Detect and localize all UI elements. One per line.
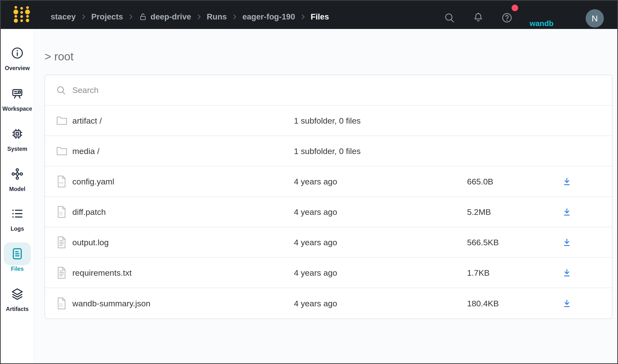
org-link[interactable]: wandb	[530, 19, 553, 28]
file-row: requirements.txt 4 years ago 1.7KB	[45, 258, 612, 288]
file-name-link[interactable]: requirements.txt	[72, 268, 132, 277]
download-button[interactable]	[562, 238, 572, 247]
breadcrumb-item-files[interactable]: Files	[311, 12, 329, 21]
chevron-right-icon	[299, 13, 307, 20]
chevron-right-icon	[195, 13, 202, 20]
sidebar-item-overview[interactable]: Overview	[1, 42, 34, 72]
braces-file-icon: {}	[56, 206, 67, 218]
file-size-text: 180.4KB	[467, 299, 499, 308]
main-content: > root artifact / 1 subfolder, 0 files m…	[34, 29, 617, 363]
sidebar-item-files[interactable]: Files	[1, 242, 34, 272]
file-name-link[interactable]: artifact /	[72, 116, 102, 125]
file-row: output.log 4 years ago 566.5KB	[45, 227, 612, 258]
file-name-link[interactable]: config.yaml	[72, 177, 114, 186]
help-icon[interactable]	[501, 12, 512, 23]
file-list: artifact / 1 subfolder, 0 files media / …	[45, 106, 612, 318]
global-search-icon[interactable]	[444, 12, 455, 23]
chevron-right-icon	[127, 13, 134, 20]
workspace-icon	[11, 87, 24, 100]
file-info-text: 1 subfolder, 0 files	[294, 146, 361, 156]
notifications-bell-icon[interactable]	[473, 12, 484, 23]
file-search-input[interactable]	[72, 75, 535, 105]
chevron-right-icon	[231, 13, 238, 20]
sidebar-item-artifacts[interactable]: Artifacts	[1, 283, 34, 312]
breadcrumb: stacey Projects deep-drive Runs eager-fo…	[51, 1, 329, 29]
file-row: {} wandb-summary.json 4 years ago 180.4K…	[45, 288, 612, 318]
file-name-link[interactable]: output.log	[72, 237, 108, 247]
file-name-link[interactable]: media /	[72, 146, 100, 156]
lock-open-icon	[139, 13, 147, 21]
file-name-link[interactable]: wandb-summary.json	[72, 299, 150, 308]
file-size-text: 566.5KB	[467, 237, 499, 247]
file-info-text: 4 years ago	[294, 237, 337, 247]
logs-icon	[11, 207, 24, 220]
file-info-text: 4 years ago	[294, 177, 337, 186]
sidebar-item-model[interactable]: Model	[1, 163, 34, 193]
braces-file-icon: {}	[56, 297, 67, 310]
info-icon	[11, 46, 24, 60]
sidebar-item-workspace[interactable]: Workspace	[1, 82, 34, 112]
system-chip-icon	[11, 127, 24, 140]
file-row: </> config.yaml 4 years ago 665.0B	[45, 167, 612, 197]
file-row: artifact / 1 subfolder, 0 files	[45, 106, 612, 136]
sidebar: Overview Workspace System Model Logs Fil…	[1, 29, 34, 363]
svg-text:{}: {}	[59, 211, 63, 215]
app-window: stacey Projects deep-drive Runs eager-fo…	[0, 0, 618, 364]
text-file-icon	[56, 236, 67, 249]
file-info-text: 1 subfolder, 0 files	[294, 116, 361, 125]
files-doc-icon	[11, 247, 24, 260]
folder-icon	[56, 146, 68, 156]
sidebar-item-logs[interactable]: Logs	[1, 202, 34, 232]
file-info-text: 4 years ago	[294, 268, 337, 277]
wandb-logo-icon[interactable]	[13, 4, 30, 26]
breadcrumb-item-projects[interactable]: Projects	[91, 12, 123, 21]
model-icon	[11, 167, 24, 181]
file-browser-panel: artifact / 1 subfolder, 0 files media / …	[45, 75, 612, 319]
file-name-link[interactable]: diff.patch	[72, 207, 106, 217]
notification-dot	[511, 5, 518, 11]
artifacts-layers-icon	[11, 287, 24, 300]
text-file-icon	[56, 266, 67, 279]
chevron-right-icon	[80, 13, 87, 20]
file-row: media / 1 subfolder, 0 files	[45, 136, 612, 167]
breadcrumb-item-runs[interactable]: Runs	[207, 12, 227, 21]
file-search-row	[45, 75, 612, 106]
file-tree-root-breadcrumb[interactable]: > root	[45, 50, 74, 63]
file-row: {} diff.patch 4 years ago 5.2MB	[45, 197, 612, 227]
avatar[interactable]: N	[586, 9, 604, 27]
topbar: stacey Projects deep-drive Runs eager-fo…	[1, 1, 617, 29]
folder-icon	[56, 116, 68, 126]
download-button[interactable]	[562, 177, 572, 186]
download-button[interactable]	[562, 299, 572, 308]
file-size-text: 5.2MB	[467, 207, 491, 217]
breadcrumb-item-stacey[interactable]: stacey	[51, 12, 76, 21]
download-button[interactable]	[562, 268, 572, 277]
download-button[interactable]	[562, 207, 572, 217]
svg-text:</>: </>	[59, 181, 64, 184]
file-size-text: 1.7KB	[467, 268, 490, 277]
sidebar-item-system[interactable]: System	[1, 122, 34, 152]
svg-text:{}: {}	[59, 302, 63, 307]
file-size-text: 665.0B	[467, 177, 493, 186]
code-file-icon: </>	[56, 175, 67, 188]
file-info-text: 4 years ago	[294, 207, 337, 217]
breadcrumb-item-project-name[interactable]: deep-drive	[150, 12, 191, 21]
search-icon	[56, 85, 66, 95]
file-info-text: 4 years ago	[294, 299, 337, 308]
breadcrumb-item-run-name[interactable]: eager-fog-190	[242, 12, 295, 21]
